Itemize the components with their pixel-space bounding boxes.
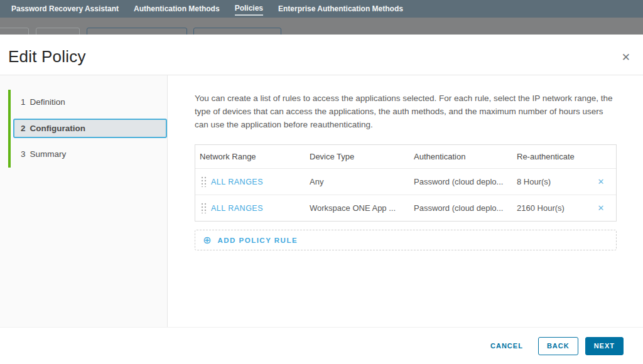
- tab-authentication-methods[interactable]: Authentication Methods: [134, 3, 220, 14]
- background-button: [0, 28, 29, 35]
- modal-body: 1Definition 2Configuration 3Summary You …: [0, 75, 643, 327]
- device-type-cell: Workspace ONE App ...: [310, 203, 414, 213]
- drag-handle-icon[interactable]: [201, 203, 206, 213]
- policy-rules-table: Network Range Device Type Authentication…: [195, 144, 617, 222]
- modal-header: Edit Policy ✕: [0, 35, 643, 75]
- modal-footer: CANCEL BACK NEXT: [0, 327, 643, 364]
- edit-policy-modal: Edit Policy ✕ 1Definition 2Configuration…: [0, 35, 643, 364]
- background-button: [193, 28, 281, 35]
- add-policy-rule-label: ADD POLICY RULE: [217, 237, 298, 244]
- re-authenticate-cell: 8 Hour(s): [517, 177, 586, 186]
- delete-rule-icon[interactable]: ✕: [598, 203, 605, 213]
- re-authenticate-cell: 2160 Hour(s): [517, 203, 586, 213]
- progress-indicator-bar: [8, 90, 11, 168]
- step-number: 2: [21, 124, 26, 133]
- description-text: You can create a list of rules to access…: [195, 92, 619, 131]
- delete-rule-icon[interactable]: ✕: [598, 177, 605, 186]
- cancel-button[interactable]: CANCEL: [489, 337, 524, 355]
- background-button: [87, 28, 187, 35]
- network-range-cell: ALL RANGES: [195, 176, 310, 187]
- column-header-re-authenticate: Re-authenticate: [517, 152, 586, 161]
- delete-rule-cell: ✕: [586, 203, 616, 213]
- step-definition[interactable]: 1Definition: [21, 96, 167, 109]
- background-button: [36, 28, 80, 35]
- table-row: ALL RANGES Workspace ONE App ... Passwor…: [195, 195, 616, 221]
- tab-policies[interactable]: Policies: [235, 3, 263, 16]
- device-type-cell: Any: [310, 177, 414, 186]
- step-label: Definition: [30, 97, 65, 107]
- top-navigation: Password Recovery Assistant Authenticati…: [0, 0, 643, 18]
- step-number: 3: [21, 149, 26, 159]
- column-header-authentication: Authentication: [414, 152, 517, 161]
- column-header-device-type: Device Type: [310, 152, 414, 161]
- table-header-row: Network Range Device Type Authentication…: [195, 145, 616, 168]
- step-number: 1: [21, 97, 26, 107]
- drag-handle-icon[interactable]: [201, 176, 206, 187]
- configuration-content: You can create a list of rules to access…: [168, 75, 643, 327]
- step-label: Summary: [30, 149, 67, 159]
- network-range-link[interactable]: ALL RANGES: [211, 204, 263, 213]
- column-header-network-range: Network Range: [195, 152, 310, 161]
- authentication-cell: Password (cloud deplo...: [414, 177, 517, 186]
- add-policy-rule-button[interactable]: ⊕ ADD POLICY RULE: [195, 230, 617, 250]
- page-title: Edit Policy: [8, 47, 86, 67]
- step-summary[interactable]: 3Summary: [21, 148, 167, 161]
- screen: Password Recovery Assistant Authenticati…: [0, 0, 643, 35]
- tab-password-recovery-assistant[interactable]: Password Recovery Assistant: [11, 3, 119, 14]
- network-range-link[interactable]: ALL RANGES: [211, 178, 263, 186]
- authentication-cell: Password (cloud deplo...: [414, 203, 517, 213]
- plus-circle-icon: ⊕: [203, 235, 211, 245]
- back-button[interactable]: BACK: [538, 337, 578, 355]
- network-range-cell: ALL RANGES: [195, 203, 310, 213]
- steps-list: 1Definition 2Configuration 3Summary: [0, 75, 167, 161]
- page-backdrop: [0, 18, 643, 35]
- table-row: ALL RANGES Any Password (cloud deplo... …: [195, 168, 616, 195]
- tab-enterprise-authentication-methods[interactable]: Enterprise Authentication Methods: [278, 3, 403, 14]
- delete-rule-cell: ✕: [586, 177, 616, 186]
- step-label: Configuration: [30, 124, 85, 133]
- close-icon[interactable]: ✕: [622, 52, 630, 63]
- step-configuration[interactable]: 2Configuration: [13, 119, 167, 138]
- wizard-step-sidebar: 1Definition 2Configuration 3Summary: [0, 75, 168, 327]
- next-button[interactable]: NEXT: [585, 337, 624, 355]
